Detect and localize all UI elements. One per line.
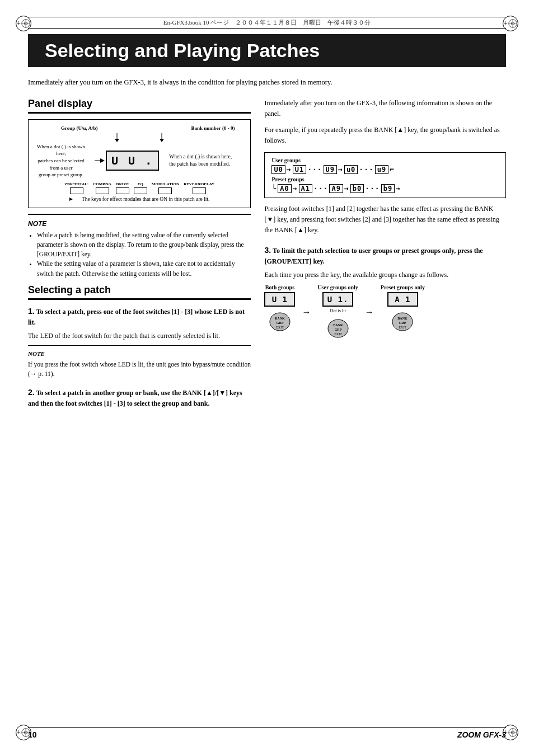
corner-tl bbox=[16, 16, 31, 31]
pg-a0: A0 bbox=[278, 184, 291, 193]
ug-u9: U9 bbox=[324, 165, 337, 174]
lcd-wrapper: When a dot (.) is shown here, patches ca… bbox=[33, 143, 246, 179]
svg-text:BANK: BANK bbox=[275, 317, 285, 320]
step3-section: 3. To limit the patch selection to user … bbox=[264, 245, 506, 340]
drive-label: DRIVE bbox=[116, 182, 129, 186]
effect-drive: DRIVE bbox=[116, 182, 129, 194]
both-foot-icon: BANK GRP EXIT bbox=[269, 311, 291, 333]
bank-label: Bank number (0 - 9) bbox=[191, 125, 241, 131]
ug-u9-lower: u9 bbox=[375, 165, 388, 174]
rev-led bbox=[193, 187, 206, 194]
corner-tr bbox=[503, 16, 518, 31]
user-groups-only: User groups only U 1. Dot is lit BANK GR… bbox=[317, 284, 358, 340]
effect-caption-row: The keys for effect modules that are ON … bbox=[69, 196, 210, 202]
note1-list: While a patch is being modified, the set… bbox=[28, 231, 251, 279]
page-number: 10 bbox=[28, 730, 37, 739]
eq-led bbox=[134, 187, 147, 194]
step1-normal: The LED of the foot switch for the patch… bbox=[28, 331, 251, 341]
svg-text:BANK: BANK bbox=[333, 323, 343, 327]
group-label: Group (U/u, A/b) bbox=[39, 125, 98, 131]
drive-led bbox=[116, 187, 129, 194]
arrow-2: → bbox=[365, 307, 374, 317]
page: En-GFX3.book 10 ページ ２００４年１１月８日 月曜日 午後４時３… bbox=[0, 0, 534, 756]
header-bar: En-GFX3.book 10 ページ ２００４年１１月８日 月曜日 午後４時３… bbox=[28, 17, 506, 29]
step2: 2. To select a patch in another group or… bbox=[28, 387, 251, 408]
svg-text:GRP: GRP bbox=[277, 321, 284, 325]
both-groups: Both groups U 1 BANK GRP EXIT bbox=[264, 284, 295, 333]
step3: 3. To limit the patch selection to user … bbox=[264, 245, 506, 266]
user-groups-seq: U0 → U1 ··· U9 → u0 ··· u9 ⌐ bbox=[271, 165, 499, 174]
svg-marker-19 bbox=[160, 139, 164, 142]
select-heading: Selecting a patch bbox=[28, 284, 251, 300]
brand-name: ZOOM GFX-3 bbox=[457, 730, 506, 739]
note1-title: NOTE bbox=[28, 220, 46, 228]
note-1: NOTE While a patch is being modified, th… bbox=[28, 214, 251, 279]
svg-marker-21 bbox=[100, 158, 105, 163]
note-2: NOTE If you press the foot switch whose … bbox=[28, 345, 251, 383]
svg-text:EXIT: EXIT bbox=[399, 326, 407, 329]
right-ann-line1: When a dot (.) is shown here, bbox=[169, 154, 232, 159]
diagram-top-labels: Group (U/u, A/b) Bank number (0 - 9) bbox=[33, 125, 246, 131]
effect-modules-row: ZNR/TOTAL: COMP/SG DRIVE EQ bbox=[64, 182, 214, 194]
step3-bold: To limit the patch selection to user gro… bbox=[264, 247, 483, 265]
foot-switch-text: Pressing foot switches [1] and [2] toget… bbox=[264, 204, 506, 236]
right-annotation: When a dot (.) is shown here, the patch … bbox=[169, 153, 232, 168]
both-lcd: U 1 bbox=[264, 292, 295, 307]
pg-a9: A9 bbox=[329, 184, 343, 193]
step2-bold: To select a patch in another group or ba… bbox=[28, 389, 242, 407]
user-foot-icon: BANK GRP EXIT bbox=[327, 317, 349, 340]
note2-text: If you press the foot switch whose LED i… bbox=[28, 360, 251, 379]
bank-sequence-diagram: User groups U0 → U1 ··· U9 → u0 ··· u9 ⌐… bbox=[264, 152, 506, 198]
page-title: Selecting and Playing Patches bbox=[28, 34, 506, 67]
ug-u1: U1 bbox=[293, 165, 306, 174]
header-text: En-GFX3.book 10 ページ ２００４年１１月８日 月曜日 午後４時３… bbox=[163, 18, 371, 27]
preset-foot-icon: BANK GRP EXIT bbox=[391, 311, 414, 333]
svg-marker-17 bbox=[115, 139, 119, 142]
intro-text: Immediately after you turn on the GFX-3,… bbox=[28, 77, 506, 88]
user-only-label: User groups only bbox=[317, 284, 358, 290]
note1-item-1: While a patch is being modified, the set… bbox=[37, 231, 251, 260]
step3-normal: Each time you press the key, the availab… bbox=[264, 270, 506, 280]
step1-num: 1. bbox=[28, 307, 35, 316]
ug-u0-lower: u0 bbox=[344, 165, 358, 174]
step2-num: 2. bbox=[28, 388, 35, 397]
lcd-arrow-group: U U . bbox=[95, 151, 159, 171]
svg-text:GRP: GRP bbox=[399, 321, 406, 325]
main-content: Panel display Group (U/u, A/b) Bank numb… bbox=[28, 98, 506, 412]
ug-u0: U0 bbox=[271, 165, 285, 174]
dot-label: Dot is lit bbox=[330, 308, 346, 313]
left-annotation: When a dot (.) is shown here, patches ca… bbox=[33, 143, 89, 179]
left-ann-line2: patches can be selected from a user bbox=[38, 158, 85, 171]
znr-label: ZNR/TOTAL: bbox=[64, 182, 88, 186]
svg-text:EXIT: EXIT bbox=[276, 326, 284, 329]
arrow-1: → bbox=[302, 307, 311, 317]
left-ann-line3: group or preset group. bbox=[39, 172, 83, 177]
user-groups-label: User groups bbox=[271, 157, 499, 163]
svg-text:GRP: GRP bbox=[334, 328, 341, 331]
eq-label: EQ bbox=[138, 182, 143, 186]
both-groups-label: Both groups bbox=[265, 284, 294, 290]
user-lcd: U 1. bbox=[322, 292, 353, 307]
select-section: Selecting a patch 1. To select a patch, … bbox=[28, 284, 251, 409]
left-ann-line1: When a dot (.) is shown here, bbox=[37, 144, 85, 157]
mod-label: MODULATION bbox=[152, 182, 179, 186]
step1: 1. To select a patch, press one of the f… bbox=[28, 306, 251, 327]
step1-bold: To select a patch, press one of the foot… bbox=[28, 308, 245, 326]
rev-label: REVERB/DELAY bbox=[184, 182, 214, 186]
bank-example-text: For example, if you repeatedly press the… bbox=[264, 125, 506, 146]
arrow-down-wrapper bbox=[33, 132, 246, 142]
preset-lcd: A 1 bbox=[387, 292, 418, 307]
preset-groups-seq: └ A0 → A1 ··· A9 → b0 ··· b9 → bbox=[271, 184, 499, 193]
effect-znr: ZNR/TOTAL: bbox=[64, 182, 88, 194]
right-text-1: Immediately after you turn on the GFX-3,… bbox=[264, 98, 506, 119]
pg-b0: b0 bbox=[350, 184, 364, 193]
mod-led bbox=[158, 187, 172, 194]
svg-text:BANK: BANK bbox=[398, 317, 408, 320]
comp-label: COMP/SG bbox=[93, 182, 111, 186]
preset-groups-label: Preset groups bbox=[271, 176, 499, 182]
page-footer: 10 ZOOM GFX-3 bbox=[28, 727, 506, 739]
panel-display-heading: Panel display bbox=[28, 98, 251, 114]
step3-num: 3. bbox=[264, 246, 271, 255]
pg-a1: A1 bbox=[299, 184, 312, 193]
effect-rev: REVERB/DELAY bbox=[184, 182, 214, 194]
